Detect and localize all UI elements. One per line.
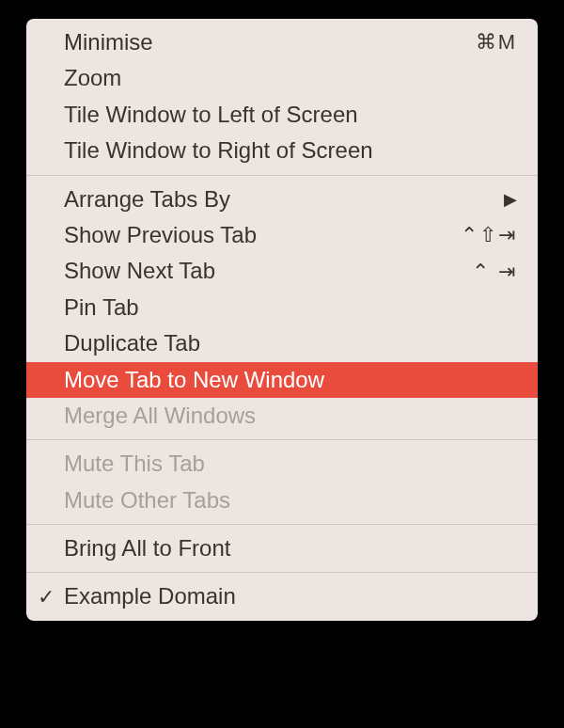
menu-item-tile-window-to-left-of-screen[interactable]: Tile Window to Left of Screen xyxy=(26,97,538,133)
menu-item-label: Mute Other Tabs xyxy=(64,485,517,515)
menu-item-label: Mute This Tab xyxy=(64,449,517,479)
menu-item-label: Tile Window to Left of Screen xyxy=(64,100,517,130)
menu-item-mute-other-tabs: Mute Other Tabs xyxy=(26,483,538,518)
menu-item-example-domain[interactable]: ✓Example Domain xyxy=(26,578,538,614)
menu-item-show-next-tab[interactable]: Show Next Tab⌃ ⇥ xyxy=(26,253,538,289)
menu-item-arrange-tabs-by[interactable]: Arrange Tabs By▶ xyxy=(26,182,538,217)
menu-item-label: Arrange Tabs By xyxy=(64,184,504,214)
menu-item-label: Example Domain xyxy=(64,581,517,611)
menu-item-shortcut: ⌃⇧⇥ xyxy=(461,221,517,249)
menu-item-label: Minimise xyxy=(64,27,476,57)
menu-item-label: Zoom xyxy=(64,63,517,93)
menu-separator xyxy=(26,572,538,573)
menu-separator xyxy=(26,439,538,440)
window-menu: Minimise⌘MZoomTile Window to Left of Scr… xyxy=(26,19,538,621)
menu-item-mute-this-tab: Mute This Tab xyxy=(26,446,538,482)
menu-item-pin-tab[interactable]: Pin Tab xyxy=(26,290,538,325)
menu-item-label: Bring All to Front xyxy=(64,533,517,563)
menu-item-bring-all-to-front[interactable]: Bring All to Front xyxy=(26,530,538,566)
menu-item-tile-window-to-right-of-screen[interactable]: Tile Window to Right of Screen xyxy=(26,133,538,168)
menu-item-label: Move Tab to New Window xyxy=(64,365,517,395)
menu-separator xyxy=(26,524,538,525)
menu-item-show-previous-tab[interactable]: Show Previous Tab⌃⇧⇥ xyxy=(26,217,538,253)
menu-item-label: Merge All Windows xyxy=(64,401,517,431)
menu-item-merge-all-windows: Merge All Windows xyxy=(26,398,538,434)
menu-item-shortcut: ⌘M xyxy=(476,28,517,56)
menu-item-label: Show Previous Tab xyxy=(64,220,461,250)
menu-item-zoom[interactable]: Zoom xyxy=(26,60,538,96)
menu-item-label: Pin Tab xyxy=(64,293,517,323)
menu-separator xyxy=(26,175,538,176)
menu-item-duplicate-tab[interactable]: Duplicate Tab xyxy=(26,325,538,361)
menu-item-shortcut: ⌃ ⇥ xyxy=(472,258,517,286)
menu-item-label: Tile Window to Right of Screen xyxy=(64,135,517,166)
menu-item-minimise[interactable]: Minimise⌘M xyxy=(26,24,538,60)
menu-item-move-tab-to-new-window[interactable]: Move Tab to New Window xyxy=(26,362,538,398)
checkmark-icon: ✓ xyxy=(38,583,55,611)
menu-item-label: Duplicate Tab xyxy=(64,328,517,358)
menu-item-label: Show Next Tab xyxy=(64,256,472,286)
submenu-arrow-icon: ▶ xyxy=(504,188,517,211)
